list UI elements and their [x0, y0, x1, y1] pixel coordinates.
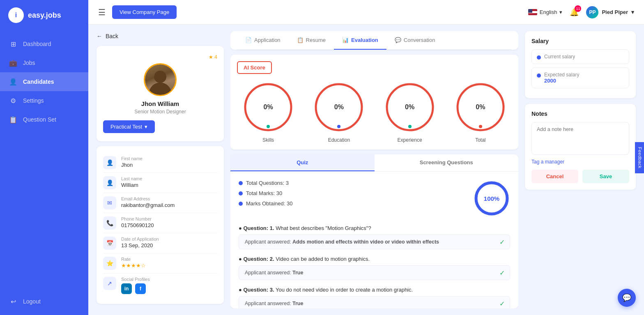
total-circle: 0%: [454, 80, 507, 134]
email-value: rakibantor@gmail.com: [121, 202, 217, 208]
app-logo: i easy.jobs: [0, 0, 88, 30]
company-info[interactable]: PP Pied Piper ▾: [586, 6, 634, 18]
sidebar-item-settings[interactable]: ⚙ Settings: [0, 91, 88, 110]
education-label: Education: [328, 137, 350, 143]
tabs-row: 📄 Application 📋 Resume 📊 Evaluation 💬 Co…: [237, 31, 512, 50]
firstname-value: Jhon: [121, 162, 217, 168]
email-icon: ✉: [103, 196, 116, 209]
ai-score-button[interactable]: AI Score: [237, 61, 272, 74]
dashboard-icon: ⊞: [9, 40, 17, 48]
linkedin-icon[interactable]: in: [121, 283, 132, 294]
quiz-progress-circle-wrap: 100%: [473, 180, 510, 217]
tab-application[interactable]: 📄 Application: [237, 31, 289, 50]
quiz-stat-marks-obtained: Marks Obtained: 30: [239, 200, 465, 207]
info-row-email: ✉ Email Address rakibantor@gmail.com: [103, 193, 217, 213]
sidebar-item-jobs[interactable]: 💼 Jobs: [0, 53, 88, 72]
resume-tab-label: Resume: [306, 37, 326, 43]
back-button[interactable]: ← Back: [97, 31, 224, 41]
sidebar-item-label: Candidates: [23, 78, 54, 85]
experience-circle-wrap: 0% Experience: [383, 80, 437, 143]
application-tab-icon: 📄: [245, 37, 252, 43]
education-circle: 0%: [312, 80, 366, 134]
info-row-date: 📅 Date of Application 13 Sep, 2020: [103, 233, 217, 253]
total-dot: [479, 125, 482, 128]
menu-icon[interactable]: ☰: [98, 7, 106, 17]
quiz-stat-total-questions: Total Questions: 3: [239, 180, 465, 186]
calendar-icon: 📅: [103, 237, 116, 250]
language-label: English: [540, 9, 557, 15]
answer-1-box: Applicant answered: Adds motion and effe…: [239, 235, 510, 249]
notification-bell[interactable]: 🔔 11: [570, 8, 579, 17]
tag-manager-link[interactable]: Tag a manager: [531, 159, 629, 165]
quiz-tab-screening[interactable]: Screening Questions: [375, 154, 519, 171]
sidebar-item-question-set[interactable]: 📋 Question Set: [0, 110, 88, 129]
social-label: Social Profiles: [121, 277, 217, 282]
language-selector[interactable]: English ▾: [528, 9, 563, 15]
phone-value: 01750690120: [121, 222, 217, 228]
sidebar-item-candidates[interactable]: 👤 Candidates: [0, 72, 88, 91]
experience-pct: 0%: [405, 103, 414, 111]
stat-total-questions: Total Questions: 3: [246, 180, 289, 186]
candidate-role: Senior Motion Designer: [103, 109, 217, 115]
conversation-tab-label: Conversation: [404, 37, 435, 43]
lastname-label: Last name: [121, 176, 217, 181]
facebook-icon[interactable]: f: [135, 283, 146, 294]
quiz-screening-card: Quiz Screening Questions Total Questions…: [230, 154, 518, 308]
cancel-button[interactable]: Cancel: [531, 170, 578, 183]
answer-3-value: True: [292, 301, 303, 306]
evaluation-tab-icon: 📊: [342, 37, 349, 43]
question-1-text: ● Question: 1. What best describes "Moti…: [239, 225, 510, 231]
candidate-card: ★ 4 Jhon William Senior Motion Designer …: [97, 46, 224, 141]
question-3-text: ● Question: 3. You do not need video in …: [239, 287, 510, 293]
candidate-stars: ★ 4: [103, 54, 217, 60]
quiz-stats: Total Questions: 3 Total Marks: 30 Marks…: [239, 180, 465, 217]
view-company-button[interactable]: View Company Page: [112, 5, 177, 19]
answer-1-label: Applicant answered:: [245, 239, 292, 245]
rate-label: Rate: [121, 257, 217, 262]
save-button[interactable]: Save: [582, 170, 629, 183]
tabs-card: 📄 Application 📋 Resume 📊 Evaluation 💬 Co…: [230, 31, 518, 50]
status-btn-label: Practical Test: [110, 124, 142, 130]
notification-badge: 11: [575, 5, 581, 12]
info-row-firstname: 👤 First name Jhon: [103, 153, 217, 173]
answer-2-value: True: [292, 270, 303, 276]
info-row-social: ↗ Social Profiles in f: [103, 274, 217, 297]
total-pct: 0%: [476, 103, 485, 111]
feedback-tab[interactable]: Feedback: [635, 142, 644, 173]
expected-salary-value: 2000: [544, 78, 579, 84]
chat-bubble[interactable]: 💬: [618, 289, 636, 307]
social-icons: in f: [121, 283, 217, 294]
lastname-value: William: [121, 182, 217, 188]
date-label: Date of Application: [121, 237, 217, 241]
expected-salary-dot: [537, 74, 541, 78]
center-panel: 📄 Application 📋 Resume 📊 Evaluation 💬 Co…: [230, 31, 518, 308]
education-pct: 0%: [334, 103, 344, 111]
sidebar-item-dashboard[interactable]: ⊞ Dashboard: [0, 34, 88, 53]
info-row-lastname: 👤 Last name William: [103, 173, 217, 193]
tab-conversation[interactable]: 💬 Conversation: [386, 31, 444, 50]
answer-1-check-icon: ✓: [499, 238, 505, 246]
status-button[interactable]: Practical Test ▾: [103, 120, 155, 133]
logo-icon: i: [8, 7, 24, 23]
tab-resume[interactable]: 📋 Resume: [289, 31, 334, 50]
notes-textarea[interactable]: [531, 122, 629, 155]
candidates-icon: 👤: [9, 78, 17, 86]
company-avatar: PP: [586, 6, 598, 18]
current-salary-dot: [537, 55, 541, 60]
logout-button[interactable]: ↩ Logout: [0, 292, 88, 311]
tab-evaluation[interactable]: 📊 Evaluation: [334, 31, 386, 50]
notes-card: Notes Tag a manager Cancel Save: [525, 104, 636, 190]
back-arrow-icon: ←: [97, 33, 102, 39]
person-icon-2: 👤: [103, 176, 116, 189]
experience-dot: [408, 125, 412, 128]
expected-salary-row: Expected salary 2000: [531, 67, 629, 88]
left-panel: ← Back ★ 4 Jhon William Senior Motion De…: [97, 31, 224, 308]
lang-chevron-icon: ▾: [559, 9, 562, 15]
quiz-tab-quiz[interactable]: Quiz: [230, 154, 375, 171]
salary-title: Salary: [531, 38, 629, 44]
candidate-name: Jhon William: [103, 100, 217, 107]
quiz-tabs: Quiz Screening Questions: [230, 154, 518, 172]
quiz-progress-pct: 100%: [484, 195, 499, 202]
stat-marks-obtained: Marks Obtained: 30: [246, 200, 292, 207]
notes-title: Notes: [531, 110, 629, 117]
